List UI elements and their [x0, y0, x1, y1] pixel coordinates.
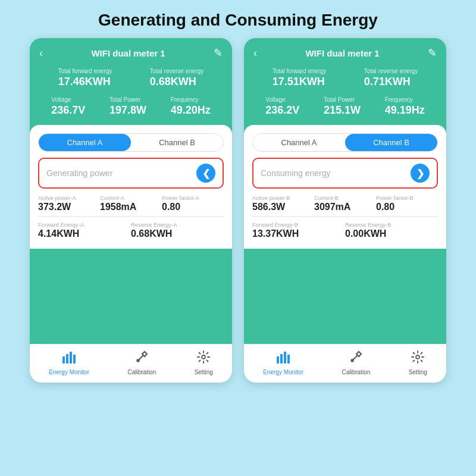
- left-mode-label: Generating power: [46, 168, 112, 178]
- right-power-stats: Voltage 236.2V Total Power 215.1W Freque…: [244, 94, 446, 123]
- svg-rect-3: [73, 355, 76, 364]
- right-channel-tabs[interactable]: Channel A Channel B: [252, 133, 438, 152]
- right-current-label: Current-B: [314, 195, 376, 201]
- left-energy-grid: Forward Energy-A 4.14KWH Reverse Energy-…: [38, 221, 224, 249]
- left-frequency: Frequency 49.20Hz: [171, 96, 211, 117]
- left-green-spacer: [30, 249, 232, 344]
- right-back-icon[interactable]: ‹: [253, 47, 257, 60]
- svg-rect-6: [277, 356, 279, 364]
- right-setting-label: Setting: [409, 369, 427, 375]
- left-active-power-label: Active power-A: [38, 195, 100, 201]
- right-forward-energy-detail-label: Forward Energy-B: [252, 221, 345, 228]
- right-active-power-value: 586.3W: [252, 202, 314, 212]
- left-forward-energy: Total forward energy 17.46KWH: [58, 68, 112, 88]
- right-voltage: Voltage 236.2V: [265, 96, 299, 117]
- left-footer-setting[interactable]: Setting: [195, 350, 213, 375]
- right-current: Current-B 3097mA: [314, 195, 376, 212]
- left-reverse-energy-detail: Reverse Energy-A 0.68KWH: [131, 221, 224, 239]
- left-calibration-label: Calibration: [127, 369, 156, 375]
- right-calibration-label: Calibration: [342, 369, 370, 375]
- right-details-grid: Active power-B 586.3W Current-B 3097mA P…: [252, 195, 438, 212]
- left-calibration-icon: [135, 350, 148, 367]
- left-frequency-value: 49.20Hz: [171, 104, 211, 117]
- right-reverse-energy-value: 0.71KWH: [364, 76, 411, 88]
- right-forward-energy-value: 17.51KWH: [273, 76, 325, 88]
- left-separator: [38, 216, 224, 217]
- right-reverse-energy: Total reverse energy 0.71KWH: [364, 68, 418, 88]
- right-separator: [252, 216, 438, 217]
- right-edit-icon[interactable]: ✎: [428, 46, 437, 60]
- left-reverse-energy-detail-label: Reverse Energy-A: [131, 221, 224, 228]
- right-frequency-label: Frequency: [385, 96, 413, 103]
- right-setting-icon: [411, 350, 424, 367]
- left-total-power-value: 197.8W: [109, 104, 146, 117]
- left-setting-label: Setting: [195, 369, 213, 375]
- left-phone-header: ‹ WIFI dual meter 1 ✎: [30, 38, 232, 64]
- left-forward-energy-detail: Forward Energy-A 4.14KWH: [38, 221, 131, 239]
- left-details-grid: Active power-A 373.2W Current-A 1958mA P…: [38, 195, 224, 212]
- left-voltage-label: Voltage: [51, 96, 71, 103]
- right-phone-title: WIFI dual meter 1: [305, 48, 379, 58]
- right-energy-grid: Forward Energy-B 13.37KWH Reverse Energy…: [252, 221, 438, 249]
- right-calibration-icon: [349, 350, 362, 367]
- left-reverse-energy-value: 0.68KWH: [150, 76, 196, 88]
- left-phone-body: Channel A Channel B Generating power ❮ A…: [30, 125, 232, 249]
- right-frequency: Frequency 49.19Hz: [385, 96, 425, 117]
- right-reverse-energy-detail-value: 0.00KWH: [345, 228, 438, 239]
- left-voltage-value: 236.7V: [51, 104, 85, 117]
- left-current-label: Current-A: [100, 195, 162, 201]
- left-power-stats: Voltage 236.7V Total Power 197.8W Freque…: [30, 94, 232, 123]
- left-tab-channel-a[interactable]: Channel A: [39, 134, 131, 151]
- right-energy-monitor-label: Energy Monitor: [263, 369, 303, 375]
- right-frequency-value: 49.19Hz: [385, 104, 425, 117]
- right-power-factor-value: 0.80: [376, 202, 438, 212]
- right-mode-btn[interactable]: ❯: [411, 164, 430, 183]
- svg-rect-8: [284, 352, 286, 364]
- right-phone-footer: Energy Monitor Calibration: [244, 344, 446, 383]
- left-power-factor: Power factor-A 0.80: [162, 195, 224, 212]
- right-energy-monitor-icon: [276, 350, 290, 367]
- left-energy-monitor-label: Energy Monitor: [49, 369, 89, 375]
- right-reverse-energy-label: Total reverse energy: [364, 68, 418, 74]
- left-energy-monitor-icon: [62, 350, 76, 367]
- left-forward-energy-label: Total forward energy: [58, 68, 112, 74]
- left-reverse-energy-label: Total reverse energy: [150, 68, 204, 74]
- left-voltage: Voltage 236.7V: [51, 96, 85, 117]
- right-forward-energy-detail-value: 13.37KWH: [252, 228, 345, 239]
- left-mode-row: Generating power ❮: [38, 158, 224, 189]
- left-mode-btn[interactable]: ❮: [196, 164, 215, 183]
- left-forward-energy-value: 17.46KWH: [58, 76, 111, 88]
- svg-rect-1: [66, 354, 68, 364]
- right-active-power-label: Active power-B: [252, 195, 314, 201]
- left-footer-calibration[interactable]: Calibration: [127, 350, 156, 375]
- left-forward-energy-detail-value: 4.14KWH: [38, 228, 131, 239]
- right-total-power: Total Power 215.1W: [324, 96, 361, 117]
- left-edit-icon[interactable]: ✎: [214, 46, 223, 60]
- right-phone-header: ‹ WIFI dual meter 1 ✎: [244, 38, 446, 64]
- left-current: Current-A 1958mA: [100, 195, 162, 212]
- svg-rect-7: [280, 354, 283, 364]
- left-reverse-energy: Total reverse energy 0.68KWH: [150, 68, 204, 88]
- left-power-factor-label: Power factor-A: [162, 195, 224, 201]
- right-tab-channel-a[interactable]: Channel A: [253, 134, 345, 151]
- right-tab-channel-b[interactable]: Channel B: [345, 134, 437, 151]
- left-tab-channel-b[interactable]: Channel B: [131, 134, 223, 151]
- right-reverse-energy-detail: Reverse Energy-B 0.00KWH: [345, 221, 438, 239]
- left-forward-energy-detail-label: Forward Energy-A: [38, 221, 131, 228]
- right-forward-energy-label: Total forward energy: [273, 68, 327, 74]
- left-phone-footer: Energy Monitor Calibration: [30, 344, 232, 383]
- left-back-icon[interactable]: ‹: [39, 47, 43, 60]
- right-reverse-energy-detail-label: Reverse Energy-B: [345, 221, 438, 228]
- left-phone: ‹ WIFI dual meter 1 ✎ Total forward ener…: [30, 38, 232, 383]
- left-channel-tabs[interactable]: Channel A Channel B: [38, 133, 224, 152]
- right-footer-energy-monitor[interactable]: Energy Monitor: [263, 350, 303, 375]
- right-power-factor-label: Power factor-B: [376, 195, 438, 201]
- right-footer-setting[interactable]: Setting: [409, 350, 427, 375]
- left-footer-energy-monitor[interactable]: Energy Monitor: [49, 350, 89, 375]
- svg-point-11: [416, 355, 419, 359]
- right-phone-body: Channel A Channel B Consuming energy ❯ A…: [244, 125, 446, 249]
- right-footer-calibration[interactable]: Calibration: [342, 350, 370, 375]
- left-current-value: 1958mA: [100, 202, 162, 212]
- svg-point-5: [202, 355, 205, 359]
- right-total-power-value: 215.1W: [324, 104, 361, 117]
